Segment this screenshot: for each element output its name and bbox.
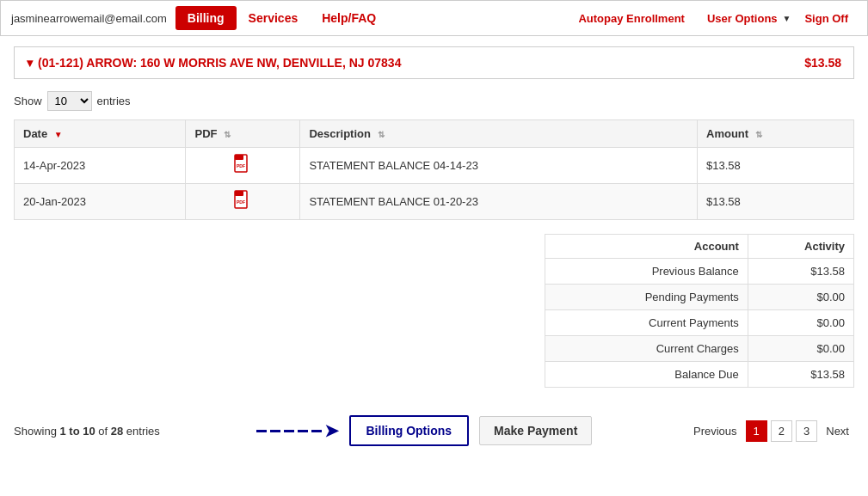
cell-pdf[interactable]: PDF xyxy=(186,184,300,220)
summary-label: Balance Due xyxy=(545,362,748,388)
cell-amount: $13.58 xyxy=(698,148,854,184)
dash-4 xyxy=(298,430,308,432)
table-header: Date ▼ PDF ⇅ Description ⇅ Amount ⇅ xyxy=(15,120,854,148)
summary-col-activity: Activity xyxy=(748,235,853,259)
sort-icon-amount: ⇅ xyxy=(755,130,762,139)
svg-rect-1 xyxy=(235,155,243,160)
pdf-icon[interactable]: PDF xyxy=(234,195,251,212)
summary-label: Pending Payments xyxy=(545,285,748,310)
dash-3 xyxy=(284,430,294,432)
summary-value: $13.58 xyxy=(748,259,853,285)
svg-text:PDF: PDF xyxy=(237,199,245,205)
summary-table-body: Previous Balance $13.58 Pending Payments… xyxy=(545,259,854,388)
summary-row: Pending Payments $0.00 xyxy=(545,285,854,310)
dashed-arrow: ➤ xyxy=(256,420,339,441)
cell-description: STATEMENT BALANCE 04-14-23 xyxy=(300,148,698,184)
summary-col-account: Account xyxy=(545,235,748,259)
billing-options-button[interactable]: Billing Options xyxy=(349,415,470,446)
col-description[interactable]: Description ⇅ xyxy=(300,120,698,148)
show-label: Show xyxy=(14,95,42,107)
summary-row: Current Payments $0.00 xyxy=(545,310,854,336)
user-options-menu[interactable]: User Options ▼ xyxy=(699,7,791,30)
dash-5 xyxy=(311,430,322,432)
summary-label: Previous Balance xyxy=(545,259,748,285)
dash-2 xyxy=(270,430,280,432)
svg-text:PDF: PDF xyxy=(237,163,245,168)
chevron-down-icon: ▼ xyxy=(783,14,791,23)
cell-pdf[interactable]: PDF xyxy=(186,148,300,184)
autopay-enrollment-button[interactable]: Autopay Enrollment xyxy=(569,7,693,30)
action-area: ➤ Billing Options Make Payment xyxy=(256,415,593,446)
nav-billing-button[interactable]: Billing xyxy=(175,6,237,30)
nav-right-area: Autopay Enrollment User Options ▼ Sign O… xyxy=(569,7,857,30)
sort-icon-pdf: ⇅ xyxy=(224,130,231,139)
dash-1 xyxy=(256,430,267,432)
arrow-head-icon: ➤ xyxy=(324,420,339,441)
top-nav: jasminearrowemail@email.com Billing Serv… xyxy=(0,0,868,36)
cell-date: 20-Jan-2023 xyxy=(15,184,186,220)
col-date[interactable]: Date ▼ xyxy=(15,120,186,148)
sort-down-icon: ▼ xyxy=(54,130,63,139)
entries-label: entries xyxy=(97,95,131,107)
user-options-button[interactable]: User Options xyxy=(699,7,781,30)
summary-table: Account Activity Previous Balance $13.58… xyxy=(545,234,854,388)
table-row: 20-Jan-2023 PDF STATEMENT BALANCE 01-20-… xyxy=(15,184,854,220)
table-row: 14-Apr-2023 PDF STATEMENT BALANCE 04-14-… xyxy=(15,148,854,184)
bottom-row: Showing 1 to 10 of 28 entries ➤ Billing … xyxy=(14,415,854,446)
nav-services-button[interactable]: Services xyxy=(237,6,311,30)
page-3-button[interactable]: 3 xyxy=(796,420,817,442)
page-1-button[interactable]: 1 xyxy=(746,420,767,442)
summary-row: Previous Balance $13.58 xyxy=(545,259,854,285)
expand-icon[interactable]: ▾ xyxy=(27,56,33,70)
account-title: ▾ (01-121) ARROW: 160 W MORRIS AVE NW, D… xyxy=(27,56,401,70)
summary-row: Current Charges $0.00 xyxy=(545,336,854,362)
account-balance: $13.58 xyxy=(804,56,841,70)
page-2-button[interactable]: 2 xyxy=(771,420,792,442)
previous-button[interactable]: Previous xyxy=(688,421,742,441)
sort-icon-desc: ⇅ xyxy=(378,130,385,139)
summary-value: $13.58 xyxy=(748,362,853,388)
cell-amount: $13.58 xyxy=(698,184,854,220)
next-button[interactable]: Next xyxy=(821,421,854,441)
summary-label: Current Payments xyxy=(545,310,748,336)
summary-area: Account Activity Previous Balance $13.58… xyxy=(14,234,854,401)
cell-date: 14-Apr-2023 xyxy=(15,148,186,184)
billing-table: Date ▼ PDF ⇅ Description ⇅ Amount ⇅ 14- xyxy=(14,119,854,220)
account-address: (01-121) ARROW: 160 W MORRIS AVE NW, DEN… xyxy=(38,56,401,70)
account-header: ▾ (01-121) ARROW: 160 W MORRIS AVE NW, D… xyxy=(14,46,854,79)
summary-value: $0.00 xyxy=(748,285,853,310)
pdf-icon[interactable]: PDF xyxy=(234,159,251,176)
cell-description: STATEMENT BALANCE 01-20-23 xyxy=(300,184,698,220)
summary-value: $0.00 xyxy=(748,336,853,362)
show-entries-row: Show 10 25 50 100 entries xyxy=(14,91,854,111)
pagination: Previous 1 2 3 Next xyxy=(688,420,854,442)
make-payment-button[interactable]: Make Payment xyxy=(479,416,592,445)
nav-helpfaq-button[interactable]: Help/FAQ xyxy=(310,6,388,30)
summary-row: Balance Due $13.58 xyxy=(545,362,854,388)
table-body: 14-Apr-2023 PDF STATEMENT BALANCE 04-14-… xyxy=(15,148,854,220)
entries-select[interactable]: 10 25 50 100 xyxy=(47,91,92,111)
svg-rect-4 xyxy=(235,191,243,196)
col-pdf[interactable]: PDF ⇅ xyxy=(186,120,300,148)
col-amount[interactable]: Amount ⇅ xyxy=(698,120,854,148)
showing-text: Showing 1 to 10 of 28 entries xyxy=(14,425,160,438)
dashed-line xyxy=(256,430,322,432)
nav-email: jasminearrowemail@email.com xyxy=(11,12,167,25)
sign-off-button[interactable]: Sign Off xyxy=(796,7,857,30)
summary-value: $0.00 xyxy=(748,310,853,336)
summary-label: Current Charges xyxy=(545,336,748,362)
main-content: ▾ (01-121) ARROW: 160 W MORRIS AVE NW, D… xyxy=(0,36,868,456)
